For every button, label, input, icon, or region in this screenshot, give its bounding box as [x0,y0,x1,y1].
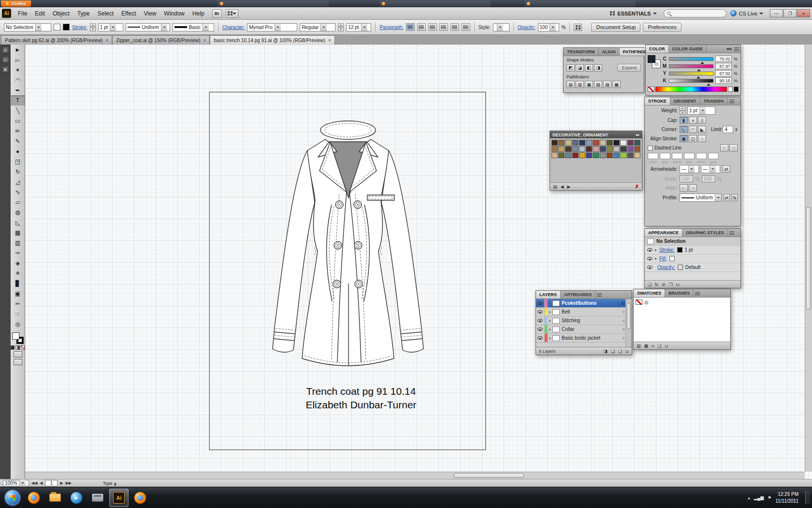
pattern-swatch[interactable] [551,152,558,158]
attribute-label[interactable]: Opacity: [657,265,675,270]
pattern-swatch[interactable] [579,146,585,152]
previous-library-icon[interactable]: ◀ [561,184,564,189]
previous-artboard-button[interactable]: ◀ [40,481,43,485]
attribute-swatch[interactable] [669,256,675,261]
pattern-swatch[interactable] [613,146,620,152]
weight-dropdown[interactable]: 1 pt [687,106,715,115]
registration-swatch[interactable]: ◎ [644,299,649,305]
trench-coat-illustration[interactable] [237,112,459,383]
layer-name[interactable]: Belt [562,309,621,314]
expand-button[interactable]: Expand [617,64,641,72]
menu-view[interactable]: View [140,8,160,19]
menu-help[interactable]: Help [188,8,208,19]
scale-start-field[interactable]: 100 [680,175,693,182]
delete-icon[interactable]: ✗ [635,184,639,189]
attribute-swatch[interactable] [677,247,682,253]
dash-field[interactable] [696,153,707,159]
visibility-eye-icon[interactable] [536,325,545,333]
tray-hidden-icons[interactable]: ▴ [748,495,750,500]
pattern-swatch[interactable] [620,146,626,152]
taskbar-explorer[interactable] [45,489,65,507]
layer-target-icon[interactable]: ○ [623,310,625,314]
panel-tab-appearance[interactable]: APPEARANCE [645,229,682,237]
pattern-swatch[interactable] [607,152,613,158]
justify-left-button[interactable] [439,23,448,31]
pattern-swatch[interactable] [565,152,571,158]
collapse-icon[interactable]: ▸▸ [636,133,639,137]
next-library-icon[interactable]: ▶ [567,184,570,189]
tab-close-icon[interactable]: × [203,38,206,43]
justify-center-button[interactable] [450,23,459,31]
tool-scale[interactable]: ◿ [11,177,25,187]
tool-column-graph[interactable]: ▊ [11,278,25,288]
pattern-swatch[interactable] [593,140,599,146]
pattern-swatch[interactable] [579,140,585,146]
align-stroke-button-center[interactable]: ▣ [680,135,688,142]
cap-button-butt[interactable]: ▮ [680,117,688,124]
layer-name[interactable]: Collar [562,327,621,332]
arrowhead-start-dropdown[interactable]: — [680,165,699,173]
firefox-background-tab[interactable] [379,0,491,7]
pattern-swatch[interactable] [586,146,592,152]
layer-name[interactable]: Pcoket/buttons [562,300,616,306]
tab-close-icon[interactable]: × [105,38,108,43]
pattern-swatch[interactable] [620,140,626,146]
collapsed-panel-icon[interactable]: ▧ [2,46,9,53]
expand-arrow-icon[interactable]: ▸ [548,319,552,323]
layers-bar-make-clipping-mask[interactable]: ◨ [603,349,608,354]
tool-zoom[interactable]: ◎ [11,319,25,329]
pattern-swatch[interactable] [558,146,565,152]
zoom-dropdown[interactable]: 100% [3,480,29,486]
swatches-bar-swatch-libraries[interactable]: ▤ [637,344,641,348]
tool-blend[interactable]: ◈ [11,258,25,268]
menu-file[interactable]: File [14,8,31,19]
decorative-panel-titlebar[interactable]: DECORATIVE_ORNAMENT ▸▸ [550,131,642,138]
dash-option-button-align-dashes[interactable]: ⊐ [729,144,738,151]
pathfinder-button-outline[interactable]: ▨ [603,81,611,88]
fill-swatch[interactable] [12,332,19,340]
start-button[interactable] [5,490,20,506]
artboard-caption[interactable]: Trench coat pg 91 10.14 Elizabeth Dunbar… [223,385,499,412]
attribute-label[interactable]: Stroke: [659,247,675,253]
panel-menu-icon[interactable] [728,229,736,237]
appearance-bar-delete-item[interactable]: ⊔ [676,282,680,287]
align-stroke-button-outside[interactable]: ▫ [698,135,706,142]
menu-object[interactable]: Object [49,8,73,19]
firefox-background-tab[interactable] [524,0,636,7]
profile-dropdown[interactable]: Uniform [680,194,722,202]
stroke-panel-link[interactable]: Stroke: [72,25,87,30]
cap-button-round[interactable]: ◖ [689,117,697,124]
close-button[interactable]: × [797,9,810,17]
character-style-dropdown[interactable] [493,23,509,31]
minimize-button[interactable]: — [770,9,783,17]
layer-name[interactable]: Basic bodic jacket [562,335,621,341]
menu-effect[interactable]: Effect [117,8,140,19]
flip-along-button[interactable]: ⇄ [724,194,729,201]
swatches-bar-new-swatch[interactable]: ❏ [657,344,661,348]
pattern-swatch[interactable] [551,146,558,152]
pattern-swatch[interactable] [600,146,606,152]
select-similar-button[interactable] [574,24,582,31]
artboard-number-field[interactable]: 1 [45,480,58,486]
visibility-eye-icon[interactable] [536,299,545,307]
pattern-swatch[interactable] [627,146,634,152]
panel-tab-gradient[interactable]: GRADIENT [670,97,700,105]
font-size-dropdown[interactable]: 12 pt [346,23,371,31]
appearance-bar-fx[interactable]: fx [655,282,658,287]
shape-mode-button-intersect[interactable]: ◧ [585,64,593,72]
color-mode-button[interactable] [11,345,14,350]
pattern-swatch[interactable] [593,146,599,152]
channel-value[interactable]: 67.97 [715,63,732,69]
corner-button-round[interactable]: ◠ [689,126,697,133]
layer-row-collar[interactable]: ▸ Collar ○ [536,325,632,334]
tool-line-segment[interactable]: ╲ [11,105,25,116]
align-arrowhead-button-place-inside-end[interactable]: ⇥ [689,184,697,192]
pattern-swatch[interactable] [634,152,640,158]
pathfinder-button-trim[interactable]: ▥ [576,81,584,88]
arrange-documents-button[interactable] [226,9,238,18]
screen-mode-button[interactable] [14,359,22,365]
width-profile-dropdown[interactable]: Uniform [126,23,170,31]
fill-swatch[interactable] [648,55,655,63]
none-mode-button[interactable] [21,345,25,350]
pathfinder-button-divide[interactable]: ▤ [566,81,575,88]
